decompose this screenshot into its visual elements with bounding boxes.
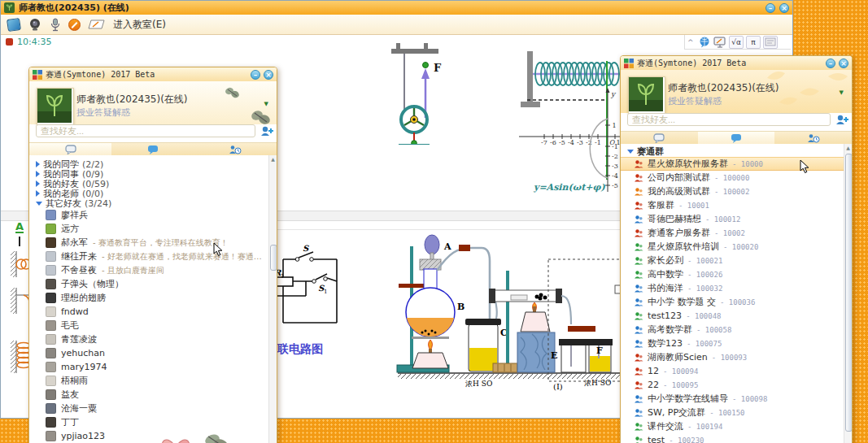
group-id: - 100058 [696, 326, 731, 334]
group-row[interactable]: 星火燎原软件培训 - 100020 [621, 240, 844, 254]
group-row[interactable]: test123 - 100048 [621, 309, 844, 323]
group-row[interactable]: 我的高级测试群 - 100002 [621, 185, 844, 198]
contact-row[interactable]: fndwd [29, 305, 269, 319]
chat-globe-icon[interactable] [698, 37, 711, 48]
group-scrollbar[interactable]: ▲ [844, 144, 852, 443]
contact-avatar [46, 237, 56, 248]
contact-row[interactable]: ypjiao123 [29, 429, 269, 443]
svg-text:-4: -4 [568, 139, 574, 146]
contact-row[interactable]: 远方 [29, 222, 269, 236]
microphone-icon[interactable] [50, 18, 61, 32]
group-id: - 100098 [732, 395, 767, 403]
group-row[interactable]: 高考数学群 - 100058 [621, 323, 844, 337]
contact-category-row[interactable]: 其它好友 (3/24) [29, 198, 269, 208]
group-row[interactable]: 赛通客户服务群 - 10002 [621, 226, 844, 240]
tab-contacts[interactable] [29, 143, 111, 156]
minimize-button[interactable]: – [251, 70, 260, 80]
group-row[interactable]: 星火燎原软件服务群 - 10000 [621, 157, 844, 171]
group-row[interactable]: 中小学 数学题 交 - 100036 [621, 295, 844, 309]
group-row[interactable]: 12 - 100094 [621, 364, 844, 378]
contact-row[interactable]: 沧海一粟 [29, 402, 269, 415]
group-icon [634, 339, 643, 349]
group-category-label: 赛通群 [637, 145, 664, 158]
group-row[interactable]: 客服群 - 10001 [621, 198, 844, 212]
contact-scrollbar[interactable]: ▲ [268, 155, 277, 443]
minimize-button[interactable]: – [826, 59, 835, 68]
group-row[interactable]: 中小学数学在线辅导 - 100098 [621, 392, 844, 406]
contact-row[interactable]: 子弹头（物理） [29, 277, 269, 291]
group-row[interactable]: 公司内部测试群 - 100000 [621, 171, 844, 185]
scroll-up-icon[interactable]: ▲ [844, 144, 852, 151]
close-button[interactable]: × [779, 3, 789, 13]
svg-text:B: B [457, 302, 465, 312]
add-friend-icon[interactable] [835, 114, 850, 126]
pi-formula-icon[interactable]: π [746, 36, 761, 49]
group-row[interactable]: 高中数学 - 100026 [621, 267, 844, 281]
tab-groups[interactable] [111, 143, 194, 156]
svg-text:-2: -2 [586, 139, 592, 146]
svg-text:E: E [551, 350, 557, 361]
group-row[interactable]: 书的海洋 - 100032 [621, 281, 844, 295]
contact-row[interactable]: 毛毛 [29, 319, 269, 332]
tab-recent[interactable] [774, 132, 852, 145]
close-button[interactable]: × [839, 59, 848, 68]
contact-row[interactable]: 丁丁 [29, 415, 269, 429]
svg-text:y: y [610, 90, 617, 98]
whiteboard-icon[interactable] [7, 17, 21, 31]
search-input[interactable] [36, 124, 255, 137]
add-friend-icon[interactable] [260, 125, 275, 137]
contact-scroll-thumb[interactable] [270, 245, 277, 271]
minimize-button[interactable]: – [765, 3, 775, 13]
group-row[interactable]: 数学123 - 100075 [621, 337, 844, 350]
font-color-icon[interactable]: A [15, 221, 24, 233]
close-button[interactable]: × [264, 70, 273, 80]
avatar[interactable] [37, 88, 74, 125]
group-row[interactable]: 哥德巴赫猜想 - 100012 [621, 212, 844, 226]
contact-titlebar[interactable]: 赛通(Symtone) 2017 Beta – × [29, 67, 277, 81]
contact-row[interactable]: 不舍昼夜 - 且放白鹿青崖间 [29, 263, 269, 277]
contact-row[interactable]: 青莲凌波 [29, 332, 269, 346]
group-row[interactable]: SW, PP交流群 - 100150 [621, 406, 844, 419]
screenshot-icon[interactable] [713, 37, 726, 48]
group-row[interactable]: 22 - 100095 [621, 378, 844, 392]
group-titlebar[interactable]: 赛通(Symtone) 2017 Beta – × [621, 56, 852, 70]
group-category-row[interactable]: 赛通群 [621, 145, 844, 157]
contact-row[interactable]: 继往开来 - 好老师就在赛通，找老师就来赛通！赛通远程教育网——你身边的… [29, 250, 269, 263]
contact-row[interactable]: 理想的翅膀 [29, 291, 269, 305]
contact-row[interactable]: 梧桐雨 [29, 374, 269, 388]
contact-row[interactable]: 益友 [29, 388, 269, 402]
group-scroll-thumb[interactable] [845, 154, 853, 432]
collapse-panel-icon[interactable]: ^ [687, 38, 696, 46]
contact-row[interactable]: 廖祥兵 [29, 208, 269, 222]
status-caret-icon[interactable]: ▼ [264, 101, 268, 107]
contact-row[interactable]: yehuchan [29, 346, 269, 360]
group-id: - 100002 [714, 188, 749, 196]
board-pen-icon[interactable] [88, 19, 106, 31]
contact-row[interactable]: 郝永军 - 赛通教育平台，专注理科在线教育！ [29, 236, 269, 250]
tab-recent[interactable] [194, 143, 277, 156]
group-name: 公司内部测试群 [648, 172, 710, 184]
contact-row[interactable]: mary1974 [29, 360, 269, 374]
enter-classroom-button[interactable]: 进入教室(E) [113, 18, 166, 32]
webcam-icon[interactable] [28, 18, 42, 32]
group-icon [634, 311, 643, 321]
tab-contacts[interactable] [621, 132, 698, 145]
scroll-up-icon[interactable]: ▲ [269, 155, 277, 163]
chat-bubble-filled-icon [731, 133, 742, 143]
status-caret-icon[interactable]: ▼ [840, 89, 844, 96]
group-row[interactable]: test - 100230 [621, 433, 844, 443]
tab-groups[interactable] [698, 132, 775, 145]
svg-text:1: 1 [281, 273, 284, 280]
people-clock-icon [229, 145, 242, 154]
group-icon [634, 159, 643, 169]
search-input[interactable] [627, 113, 831, 126]
hangup-icon[interactable] [68, 19, 81, 31]
avatar[interactable] [628, 76, 665, 114]
group-row[interactable]: 湖南教师Scien - 100093 [621, 350, 844, 364]
group-id: - 10002 [714, 229, 745, 237]
group-row[interactable]: 家长必到 - 100021 [621, 254, 844, 267]
main-titlebar[interactable]: 师者教也(202435) (在线) – × [1, 1, 792, 15]
sqrt-formula-icon[interactable]: √α [729, 36, 744, 49]
board-tool-icon[interactable] [763, 36, 778, 49]
group-row[interactable]: 课件交流 - 100194 [621, 419, 844, 433]
